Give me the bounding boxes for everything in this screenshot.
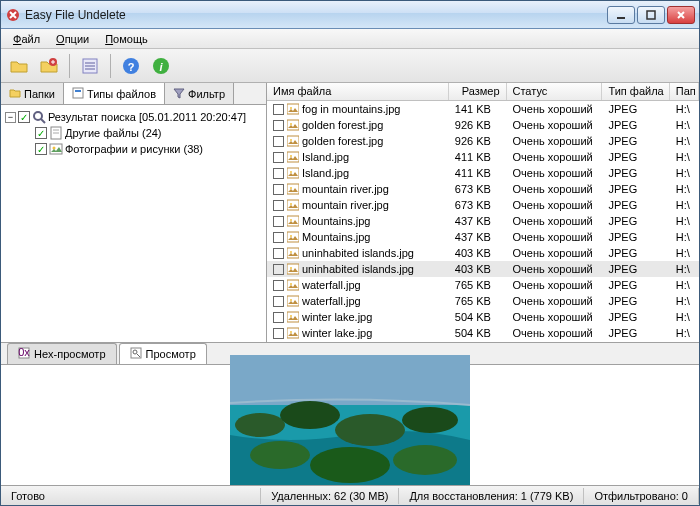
jpeg-icon <box>287 119 299 131</box>
collapse-icon[interactable]: − <box>5 112 16 123</box>
maximize-button[interactable] <box>637 6 665 24</box>
menu-file[interactable]: Файл <box>5 31 48 47</box>
left-tab-0[interactable]: Папки <box>1 83 64 104</box>
search-result-icon <box>32 110 46 124</box>
svg-rect-18 <box>287 104 299 114</box>
column-header[interactable]: Статус <box>507 83 603 100</box>
file-checkbox[interactable] <box>273 280 284 291</box>
column-header[interactable]: Пап <box>670 83 699 100</box>
file-checkbox[interactable] <box>273 120 284 131</box>
left-tab-1[interactable]: Типы файлов <box>64 83 165 104</box>
file-checkbox[interactable] <box>273 168 284 179</box>
file-row[interactable]: uninhabited islands.jpg403 KBОчень хорош… <box>267 245 699 261</box>
file-row[interactable]: Mountains.jpg437 KBОчень хорошийJPEGH:\ <box>267 229 699 245</box>
file-type: JPEG <box>603 295 670 307</box>
svg-point-29 <box>290 187 292 189</box>
tree-view[interactable]: − Результат поиска [05.01.2011 20:20:47]… <box>1 105 266 342</box>
svg-point-59 <box>335 414 405 446</box>
left-tab-2[interactable]: Фильтр <box>165 83 234 104</box>
tree-child[interactable]: Фотографии и рисунки (38) <box>5 141 262 157</box>
app-window: Easy File Undelete Файл Опции Помощь ? i… <box>0 0 700 506</box>
file-path: H:\ <box>670 279 699 291</box>
close-button[interactable] <box>667 6 695 24</box>
svg-rect-9 <box>73 88 83 98</box>
file-size: 437 KB <box>449 231 507 243</box>
file-checkbox[interactable] <box>273 328 284 339</box>
file-status: Очень хороший <box>507 183 603 195</box>
file-row[interactable]: golden forest.jpg926 KBОчень хорошийJPEG… <box>267 117 699 133</box>
jpeg-icon <box>287 151 299 163</box>
toolbar-recover-button[interactable] <box>37 54 61 78</box>
toolbar-open-button[interactable] <box>7 54 31 78</box>
svg-point-33 <box>290 219 292 221</box>
file-status: Очень хороший <box>507 279 603 291</box>
column-header[interactable]: Размер <box>449 83 507 100</box>
file-status: Очень хороший <box>507 231 603 243</box>
jpeg-icon <box>287 103 299 115</box>
file-type: JPEG <box>603 167 670 179</box>
file-list[interactable]: fog in mountains.jpg141 KBОчень хорошийJ… <box>267 101 699 342</box>
file-row[interactable]: waterfall.jpg765 KBОчень хорошийJPEGH:\ <box>267 293 699 309</box>
tree-child[interactable]: Другие файлы (24) <box>5 125 262 141</box>
file-row[interactable]: winter lake.jpg504 KBОчень хорошийJPEGH:… <box>267 325 699 341</box>
file-checkbox[interactable] <box>273 200 284 211</box>
menu-help[interactable]: Помощь <box>97 31 156 47</box>
column-header[interactable]: Имя файла <box>267 83 449 100</box>
file-status: Очень хороший <box>507 199 603 211</box>
column-header[interactable]: Тип файла <box>602 83 669 100</box>
file-row[interactable]: Island.jpg411 KBОчень хорошийJPEGH:\ <box>267 165 699 181</box>
file-checkbox[interactable] <box>273 216 284 227</box>
file-checkbox[interactable] <box>273 152 284 163</box>
file-row[interactable]: winter lake.jpg504 KBОчень хорошийJPEGH:… <box>267 309 699 325</box>
file-checkbox[interactable] <box>273 248 284 259</box>
tab-label: Типы файлов <box>87 88 156 100</box>
file-type: JPEG <box>603 183 670 195</box>
file-checkbox[interactable] <box>273 184 284 195</box>
file-checkbox[interactable] <box>273 312 284 323</box>
file-size: 673 KB <box>449 183 507 195</box>
file-checkbox[interactable] <box>273 104 284 115</box>
svg-point-19 <box>290 107 292 109</box>
toolbar-help-button[interactable]: ? <box>119 54 143 78</box>
content-area: ПапкиТипы файловФильтр − Результат поиск… <box>1 83 699 485</box>
file-row[interactable]: Апсалют_копия.jpg1 721 KBОчень хорошийJP… <box>267 341 699 342</box>
file-row[interactable]: uninhabited islands.jpg403 KBОчень хорош… <box>267 261 699 277</box>
file-row[interactable]: Mountains.jpg437 KBОчень хорошийJPEGH:\ <box>267 213 699 229</box>
svg-point-11 <box>34 112 42 120</box>
file-list-pane: Имя файлаРазмерСтатусТип файлаПап fog in… <box>267 83 699 342</box>
file-checkbox[interactable] <box>273 264 284 275</box>
file-type: JPEG <box>603 311 670 323</box>
toolbar-info-button[interactable]: i <box>149 54 173 78</box>
tree-checkbox[interactable] <box>35 143 47 155</box>
file-row[interactable]: mountain river.jpg673 KBОчень хорошийJPE… <box>267 181 699 197</box>
file-row[interactable]: waterfall.jpg765 KBОчень хорошийJPEGH:\ <box>267 277 699 293</box>
file-row[interactable]: golden forest.jpg926 KBОчень хорошийJPEG… <box>267 133 699 149</box>
svg-rect-32 <box>287 216 299 226</box>
tree-checkbox[interactable] <box>18 111 30 123</box>
svg-rect-44 <box>287 312 299 322</box>
tree-root[interactable]: − Результат поиска [05.01.2011 20:20:47] <box>5 109 262 125</box>
preview-tab-1[interactable]: Просмотр <box>119 343 207 364</box>
file-row[interactable]: fog in mountains.jpg141 KBОчень хорошийJ… <box>267 101 699 117</box>
file-row[interactable]: mountain river.jpg673 KBОчень хорошийJPE… <box>267 197 699 213</box>
toolbar-separator <box>110 54 111 78</box>
file-path: H:\ <box>670 263 699 275</box>
file-checkbox[interactable] <box>273 232 284 243</box>
file-checkbox[interactable] <box>273 296 284 307</box>
file-size: 765 KB <box>449 295 507 307</box>
file-row[interactable]: Island.jpg411 KBОчень хорошийJPEGH:\ <box>267 149 699 165</box>
menu-options[interactable]: Опции <box>48 31 97 47</box>
left-tabs: ПапкиТипы файловФильтр <box>1 83 266 105</box>
toolbar-settings-button[interactable] <box>78 54 102 78</box>
jpeg-icon <box>287 247 299 259</box>
statusbar: Готово Удаленных: 62 (30 MB) Для восстан… <box>1 485 699 505</box>
svg-rect-2 <box>647 11 655 19</box>
file-size: 437 KB <box>449 215 507 227</box>
minimize-button[interactable] <box>607 6 635 24</box>
types-icon <box>72 87 84 101</box>
tree-checkbox[interactable] <box>35 127 47 139</box>
preview-tab-0[interactable]: 0xHex-просмотр <box>7 343 117 364</box>
file-name: golden forest.jpg <box>302 135 383 147</box>
file-checkbox[interactable] <box>273 136 284 147</box>
titlebar[interactable]: Easy File Undelete <box>1 1 699 29</box>
